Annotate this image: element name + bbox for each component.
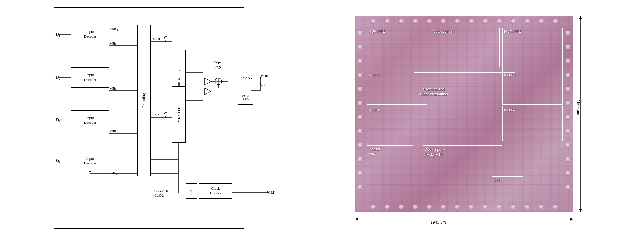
input-decoder-4: Input Decoder	[71, 151, 109, 171]
svg-point-11	[58, 119, 59, 121]
svg-text:Bump: Bump	[261, 74, 269, 78]
chip-label-retiming: Retiming and Clock distribution	[420, 87, 448, 97]
amp-symbols	[203, 75, 234, 98]
chip-label-clock-input: Clock input + divider + PI	[424, 147, 446, 157]
dim-width-label: 1940 μm	[430, 220, 446, 224]
dim-height-label: 1560 μm	[576, 100, 581, 115]
clk-half-90-label: CLK/2 90°	[154, 189, 170, 193]
chip-region-input4: Input 4	[502, 106, 563, 141]
mux-ffe-lower-label: MUX-FFE	[177, 107, 181, 122]
svg-text:MSB: MSB	[152, 37, 160, 41]
chip-region-monitor: Monitor logic	[367, 145, 413, 182]
svg-text:2: 2	[117, 43, 118, 46]
decoder-4-label: Input Decoder	[84, 156, 96, 166]
svg-marker-105	[355, 218, 358, 221]
input-decoder-1: Input Decoder	[71, 24, 109, 44]
decoder-3-label: Input Decoder	[84, 116, 96, 125]
svg-marker-100	[579, 16, 582, 19]
svg-marker-106	[570, 218, 573, 221]
svg-line-42	[164, 37, 166, 44]
svg-text:MSB: MSB	[110, 87, 116, 90]
chip-region-spi: SPI	[492, 176, 523, 196]
input-decoder-3: Input Decoder	[71, 110, 109, 130]
main-container: D 1 D 2 D 3 D 4 MSB 1 LSB 1	[0, 0, 644, 236]
clk-half-label: CLK/2	[154, 194, 164, 198]
output-stage-label: Output Stage	[212, 60, 223, 69]
svg-text:4: 4	[117, 131, 118, 134]
svg-text:MSB: MSB	[110, 129, 116, 133]
chip-label-mux-ffe-2: MUX+FFE	[504, 29, 521, 33]
pi-label: PI	[190, 189, 193, 193]
clock-divider-label: Clock Divider	[210, 186, 221, 195]
chip-region-output-driver: Output driver	[431, 28, 500, 67]
clock-divider-block: Clock Divider	[199, 183, 232, 199]
retiming-label: Retiming	[142, 93, 146, 107]
block-diagram: D 1 D 2 D 3 D 4 MSB 1 LSB 1	[54, 7, 244, 229]
svg-point-15	[58, 160, 59, 162]
chip-photo: MUX+FFE MUX+FFE Output driver Input 2 In…	[346, 7, 590, 229]
chip-label-input2: Input 2	[368, 73, 379, 77]
svg-text:4: 4	[165, 110, 167, 114]
retiming-block: Retiming	[137, 25, 151, 176]
svg-text:MSB: MSB	[110, 42, 116, 45]
mux-ffe-lower: MUX-FFE	[172, 86, 186, 143]
decoder-2-label: Input Decoder	[84, 73, 96, 82]
decoder-1-label: Input Decoder	[84, 29, 96, 39]
svg-text:4: 4	[116, 173, 118, 175]
pad-esd-block: PAD+ ESD	[238, 91, 253, 105]
svg-text:LSB: LSB	[110, 171, 115, 174]
chip-region-input1: Input 1	[367, 106, 427, 141]
svg-marker-79	[204, 88, 211, 95]
svg-text:out: out	[261, 84, 265, 87]
svg-marker-74	[204, 78, 211, 85]
output-stage-block: Output Stage	[203, 54, 232, 75]
chip-region-retiming: Retiming and Clock distribution	[414, 72, 515, 137]
svg-text:D: D	[258, 82, 261, 86]
mux-ffe-upper-label: MUX-FFE	[177, 70, 181, 86]
dim-width-svg	[355, 215, 573, 226]
chip-label-spi: SPI	[494, 178, 500, 182]
chip-label-monitor: Monitor logic	[368, 147, 380, 155]
svg-point-3	[58, 34, 59, 35]
svg-text:1: 1	[117, 29, 118, 32]
pad-esd-label: PAD+ ESD	[242, 94, 249, 101]
chip-label-input1: Input 1	[368, 108, 379, 112]
svg-point-7	[58, 77, 59, 78]
svg-text:LSB: LSB	[152, 113, 159, 117]
svg-text:MSB: MSB	[110, 27, 116, 31]
svg-text:3: 3	[117, 88, 118, 91]
chip-label-mux-ffe-1: MUX+FFE	[368, 29, 385, 33]
chip-die: MUX+FFE MUX+FFE Output driver Input 2 In…	[355, 16, 573, 212]
chip-label-output-driver: Output driver	[433, 29, 454, 33]
svg-line-46	[164, 113, 166, 120]
chip-label-input4: Input 4	[504, 108, 515, 112]
svg-text:CLK: CLK	[268, 190, 276, 194]
svg-marker-101	[579, 209, 582, 212]
input-decoder-2: Input Decoder	[71, 67, 109, 88]
chip-region-clock-input: Clock input + divider + PI	[423, 145, 502, 175]
pi-block: PI	[186, 183, 197, 199]
svg-text:4: 4	[165, 34, 167, 38]
